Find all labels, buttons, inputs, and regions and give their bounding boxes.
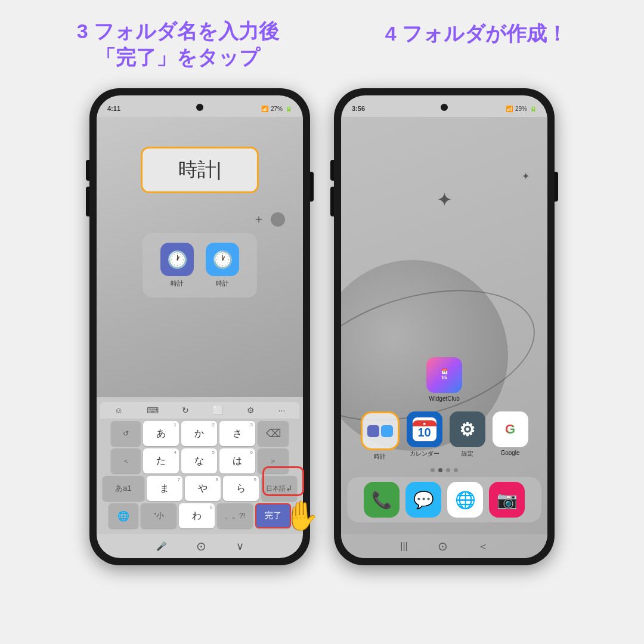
clock-folder-icon[interactable] <box>361 411 400 450</box>
key-aa1[interactable]: あa1 <box>103 476 144 501</box>
widget-club-icon[interactable]: 📅15 <box>426 357 462 393</box>
mini-clock-1 <box>367 425 379 437</box>
wifi-icon: 📶 <box>261 106 268 112</box>
volume-up-button-2 <box>330 160 334 181</box>
phone1-content: 時計 ＋ 🕐 時計 <box>97 117 303 397</box>
keyboard-row-1: ↺ あ1 か2 さ3 ⌫ <box>100 421 299 446</box>
settings-app[interactable]: ⚙ 設定 <box>450 411 485 461</box>
step3-line1: 3 フォルダ名を入力後 <box>77 20 279 42</box>
power-button-2 <box>555 172 558 202</box>
keyboard-row-4: 🌐 "小 わ0 、。?! 完了 <box>100 503 299 528</box>
key-backspace[interactable]: ⌫ <box>258 421 289 446</box>
key-ta[interactable]: た4 <box>143 448 179 473</box>
nav-bar-2: ||| ⊙ ＜ <box>341 534 547 558</box>
phone2-content: ✦ ✦ 📅15 WidgetClub <box>341 117 547 558</box>
key-small[interactable]: "小 <box>141 503 177 528</box>
google-icon[interactable]: G <box>493 411 528 447</box>
google-label: Google <box>500 450 519 456</box>
key-ka[interactable]: か2 <box>181 421 217 446</box>
power-button <box>310 172 314 202</box>
front-camera-2 <box>441 104 448 111</box>
google-app[interactable]: G Google <box>493 411 528 461</box>
done-button-highlight <box>262 466 304 496</box>
key-wa[interactable]: わ0 <box>179 503 215 528</box>
phone1: 4:11 📶 27% 🔋 時計 ＋ <box>89 88 310 565</box>
camera-app[interactable]: 📷 <box>489 482 525 518</box>
step3-line2: 「完了」をタップ <box>95 46 260 69</box>
emoji-key[interactable]: ☺ <box>114 405 123 415</box>
clock-app-1: 🕐 時計 <box>160 243 194 288</box>
keyboard-key[interactable]: ⌨ <box>147 405 159 415</box>
clock-folder-item[interactable]: 時計 <box>361 411 400 461</box>
more-key[interactable]: ··· <box>278 405 285 415</box>
key-globe[interactable]: 🌐 <box>109 503 138 528</box>
plus-icon[interactable]: ＋ <box>253 211 265 227</box>
front-camera <box>196 104 203 111</box>
home-button-2[interactable]: ⊙ <box>438 539 448 553</box>
home-button[interactable]: ⊙ <box>196 539 206 553</box>
key-ma[interactable]: ま7 <box>147 476 182 501</box>
battery-icon-1: 🔋 <box>285 106 292 112</box>
calendar-app[interactable]: ■ 10 カレンダー <box>407 411 442 461</box>
clipboard-key[interactable]: ⬜ <box>213 405 223 415</box>
clock-label-1: 時計 <box>171 279 184 288</box>
clock-icon-blue[interactable]: 🕐 <box>206 243 239 276</box>
dot-2 <box>438 468 442 472</box>
cursor-hand: 🤚 <box>283 499 319 532</box>
back-button-2[interactable]: ＜ <box>478 539 488 553</box>
widget-club-label: WidgetClub <box>429 395 460 402</box>
clock-app-2: 🕐 時計 <box>206 243 239 288</box>
circle-icon <box>271 212 285 227</box>
step4-label: 4 フォルダが作成！ <box>385 18 567 48</box>
key-na[interactable]: な5 <box>181 448 217 473</box>
key-ha[interactable]: は6 <box>219 448 255 473</box>
folder-name-input[interactable]: 時計 <box>141 147 259 193</box>
folder-apps-area: 🕐 時計 🕐 時計 <box>143 233 257 298</box>
browser-app[interactable]: 🌐 <box>447 482 483 518</box>
settings-icon[interactable]: ⚙ <box>450 411 485 447</box>
calendar-icon[interactable]: ■ 10 <box>407 411 442 447</box>
sparkle-small-icon: ✦ <box>522 171 530 182</box>
folder-inner <box>367 425 393 437</box>
wifi-icon-2: 📶 <box>506 106 513 112</box>
widget-club-app[interactable]: 📅15 WidgetClub <box>426 357 462 402</box>
clock-icon-purple[interactable]: 🕐 <box>160 243 194 276</box>
volume-down-button-2 <box>330 187 334 216</box>
keyboard: ☺ ⌨ ↻ ⬜ ⚙ ··· ↺ あ1 か2 さ3 ⌫ <box>97 397 303 534</box>
key-sa[interactable]: さ3 <box>219 421 255 446</box>
rotate-key[interactable]: ↻ <box>182 405 189 415</box>
key-punct[interactable]: 、。?! <box>217 503 253 528</box>
time-display-2: 3:56 <box>352 105 365 112</box>
phone-app[interactable]: 📞 <box>364 482 400 518</box>
status-icons-1: 📶 27% 🔋 <box>261 106 292 112</box>
keyboard-toolbar: ☺ ⌨ ↻ ⬜ ⚙ ··· <box>100 402 299 419</box>
dot-4 <box>454 468 458 472</box>
sparkle-large-icon: ✦ <box>436 188 453 211</box>
calendar-label: カレンダー <box>410 450 439 458</box>
phone2-apps: 📅15 WidgetClub <box>341 357 547 522</box>
phone2-screen: 3:56 📶 29% 🔋 ✦ ✦ <box>341 95 547 558</box>
key-left[interactable]: ＜ <box>111 448 141 473</box>
clock-label-2: 時計 <box>216 279 229 288</box>
key-ya[interactable]: や8 <box>185 476 221 501</box>
settings-label: 設定 <box>462 450 473 458</box>
dot-1 <box>431 468 435 472</box>
step3-label: 3 フォルダ名を入力後 「完了」をタップ <box>77 18 279 70</box>
chat-app[interactable]: 💬 <box>405 482 441 518</box>
folder-add-row: ＋ <box>253 211 285 227</box>
phone2: 3:56 📶 29% 🔋 ✦ ✦ <box>334 88 555 565</box>
phones-row: 4:11 📶 27% 🔋 時計 ＋ <box>24 88 620 565</box>
recent-button-2[interactable]: ||| <box>400 541 407 552</box>
dot-3 <box>446 468 450 472</box>
back-button[interactable]: ∨ <box>236 540 244 553</box>
status-icons-2: 📶 29% 🔋 <box>506 106 537 112</box>
dock-apps: 📞 💬 🌐 📷 <box>347 477 541 522</box>
mic-button[interactable]: 🎤 <box>156 541 166 551</box>
time-display-1: 4:11 <box>107 105 120 112</box>
settings-key[interactable]: ⚙ <box>247 405 255 415</box>
key-rotate[interactable]: ↺ <box>111 421 141 446</box>
header-row: 3 フォルダ名を入力後 「完了」をタップ 4 フォルダが作成！ <box>24 18 620 70</box>
key-ra[interactable]: ら9 <box>223 476 259 501</box>
battery-percent-1: 27% <box>271 106 283 112</box>
key-a[interactable]: あ1 <box>143 421 179 446</box>
